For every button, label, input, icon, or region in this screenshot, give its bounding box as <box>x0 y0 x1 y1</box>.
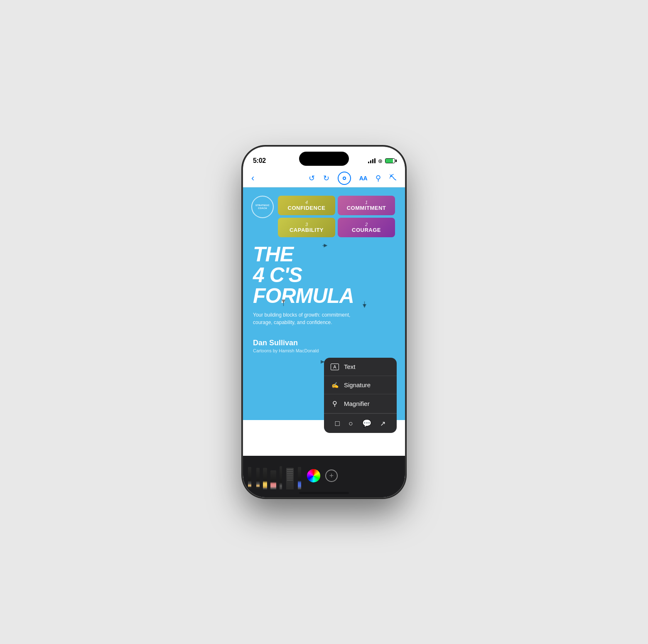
markup-shapes-row: □ ○ 💬 ↗ <box>324 413 397 433</box>
drawing-toolbar: + <box>243 456 405 497</box>
text-label: Text <box>344 363 356 370</box>
book-title: THE 4 C'S FORMULA <box>253 244 395 306</box>
phone-screen: 5:02 ⊛ ‹ ↺ ↻ <box>243 147 405 497</box>
signature-label: Signature <box>344 381 371 388</box>
add-tool-button[interactable]: + <box>325 468 338 485</box>
title-line3: FORMULA <box>253 284 354 307</box>
bookmark-button[interactable]: ⛏ <box>389 174 397 182</box>
title-line2: 4 C'S <box>253 263 302 287</box>
signal-icon <box>368 158 376 163</box>
diagram-box-courage: 2 COURAGE <box>338 218 395 237</box>
pencil-tool[interactable] <box>248 462 251 491</box>
logo-text-line2: COACH <box>258 207 267 210</box>
pencil-tool-2[interactable] <box>256 462 260 491</box>
color-wheel-button[interactable] <box>307 468 320 485</box>
nav-controls: ↺ ↻ AA ⚲ ⛏ <box>309 172 397 185</box>
markup-magnifier-item[interactable]: ⚲ Magnifier <box>324 394 397 413</box>
diagram-box-commitment: 1 COMMITMENT <box>338 196 395 215</box>
diagram-box-capability: 3 CAPABILITY <box>278 218 335 237</box>
content-area: STRATEGIC COACH 4 CONFIDENCE 1 <box>243 187 405 497</box>
capability-number: 3 <box>281 222 332 227</box>
phone-device: 5:02 ⊛ ‹ ↺ ↻ <box>243 147 405 497</box>
confidence-label: CONFIDENCE <box>281 205 332 211</box>
circle-shape-button[interactable]: ○ <box>349 419 353 428</box>
dynamic-island <box>299 152 349 166</box>
text-annotation-icon: A <box>331 364 339 370</box>
battery-icon <box>385 158 395 163</box>
logo-text-line1: STRATEGIC <box>255 204 270 207</box>
commitment-label: COMMITMENT <box>341 205 392 211</box>
diagram-grid: 4 CONFIDENCE 1 COMMITMENT 3 CAPABILITY <box>278 196 395 237</box>
magnifier-icon: ⚲ <box>331 400 339 408</box>
marker-tool[interactable] <box>263 462 267 491</box>
book-cartoons-credit: Cartoons by Hamish MacDonald <box>253 348 395 353</box>
status-time: 5:02 <box>253 157 266 165</box>
four-cs-diagram: 4 CONFIDENCE 1 COMMITMENT 3 CAPABILITY <box>278 196 395 237</box>
search-button[interactable]: ⚲ <box>376 174 381 183</box>
commitment-number: 1 <box>341 200 392 205</box>
rectangle-shape-button[interactable]: □ <box>335 419 340 428</box>
color-wheel-icon <box>307 469 320 482</box>
markup-text-item[interactable]: A Text <box>324 358 397 376</box>
capability-label: CAPABILITY <box>281 227 332 233</box>
center-dot-icon <box>343 177 346 180</box>
back-button[interactable]: ‹ <box>251 173 254 184</box>
courage-label: COURAGE <box>341 227 392 233</box>
redo-button[interactable]: ↻ <box>323 174 329 183</box>
strategic-coach-logo: STRATEGIC COACH <box>251 196 274 218</box>
markup-signature-item[interactable]: ✍ Signature <box>324 376 397 394</box>
blue-pen-tool[interactable] <box>298 462 301 491</box>
font-size-button[interactable]: AA <box>359 175 367 182</box>
book-author: Dan Sullivan <box>253 339 395 347</box>
arrow-shape-button[interactable]: ↗ <box>380 420 385 428</box>
wifi-icon: ⊛ <box>378 158 383 164</box>
signature-icon: ✍ <box>331 382 339 388</box>
undo-button[interactable]: ↺ <box>309 174 315 183</box>
reader-nav-bar: ‹ ↺ ↻ AA ⚲ ⛏ <box>243 169 405 187</box>
book-subtitle: Your building blocks of growth: commitme… <box>253 311 353 326</box>
speech-bubble-button[interactable]: 💬 <box>362 419 371 428</box>
title-line1: THE <box>253 243 293 266</box>
plus-icon: + <box>325 469 338 482</box>
confidence-number: 4 <box>281 200 332 205</box>
status-icons: ⊛ <box>368 158 395 164</box>
eraser-tool[interactable] <box>270 462 276 491</box>
magnifier-label: Magnifier <box>344 400 370 407</box>
courage-number: 2 <box>341 222 392 227</box>
home-indicator <box>299 492 349 494</box>
pen-tool[interactable] <box>280 462 282 491</box>
diagram-box-confidence: 4 CONFIDENCE <box>278 196 335 215</box>
ruler-tool[interactable] <box>286 462 294 491</box>
markup-menu-popup: A Text ✍ Signature ⚲ Magnifier □ ○ 💬 ↗ <box>324 358 397 433</box>
center-button[interactable] <box>338 172 351 185</box>
